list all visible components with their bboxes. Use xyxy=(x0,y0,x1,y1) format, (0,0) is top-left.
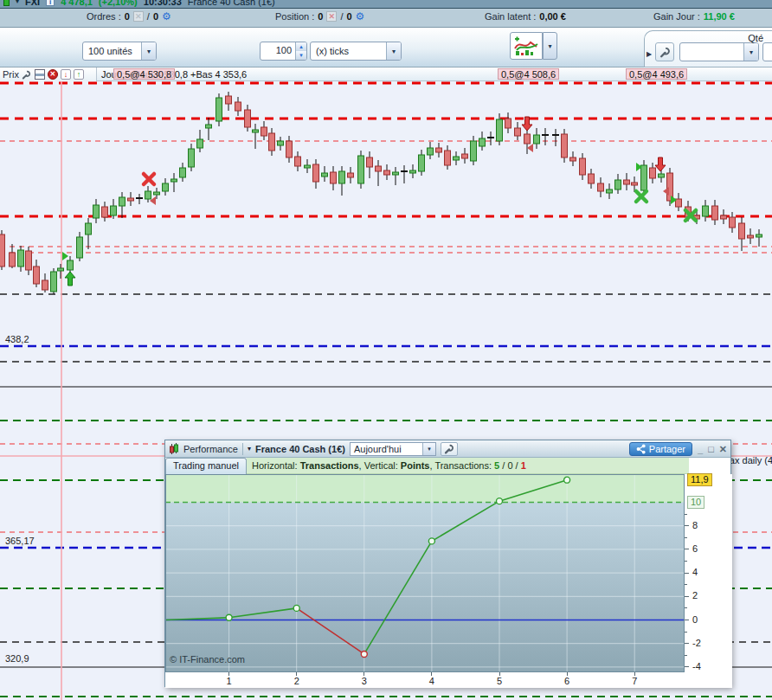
instrument-name: France 40 Cash (1€) xyxy=(188,0,275,7)
copyright-label: © IT-Finance.com xyxy=(170,654,245,665)
price-tag-right: 0,5@4 493,6 xyxy=(626,68,687,80)
panel-settings-wrench-button[interactable] xyxy=(441,442,458,456)
legend-horizontal-label: Horizontal: xyxy=(252,460,300,471)
stepper-buttons[interactable]: ▲ ▼ xyxy=(295,42,306,60)
close-position-icon[interactable]: ✕ xyxy=(326,11,337,22)
position-group: Position : 0 ✕ / 0 ⚙ xyxy=(275,11,364,22)
legend-sep: / xyxy=(499,460,507,471)
triangle-left-marker-icon xyxy=(663,187,669,196)
candle-bull xyxy=(171,179,177,182)
candle-bear xyxy=(102,207,108,217)
orders-settings-gear-icon[interactable]: ⚙ xyxy=(162,11,171,22)
x-axis-label: 1 xyxy=(221,676,238,686)
candle-bear xyxy=(570,157,576,161)
candle-bear xyxy=(436,148,442,152)
candle-bear xyxy=(384,170,390,175)
gain-latent-label: Gain latent : xyxy=(485,11,536,22)
period-dropdown[interactable]: Aujourd'hui ▾ xyxy=(350,442,436,456)
gain-jour-value: 11,90 € xyxy=(704,11,735,22)
chart-pane-header: Prix ✕ ↓ ↑ Jour : +Haut 4 530,8 +Bas 4 3… xyxy=(0,67,772,81)
maximize-button[interactable]: □ xyxy=(708,445,714,453)
candle-bull xyxy=(189,149,195,167)
gain-latent-group: Gain latent : 0,00 € xyxy=(485,11,566,22)
units-dropdown-value: 100 unités xyxy=(83,46,141,56)
legend-vertical-label: Vertical: xyxy=(364,460,401,471)
candle-bull xyxy=(615,180,621,189)
gain-jour-label: Gain Jour : xyxy=(653,11,700,22)
panel-title: Performance xyxy=(183,444,238,454)
title-strip: ▾ FXI i 4 478,1 (+2,10%) 10:30:33 France… xyxy=(0,0,772,9)
caret-down-icon[interactable]: ▾ xyxy=(16,0,19,5)
ticks-dropdown[interactable]: (x) ticks ▾ xyxy=(310,42,402,61)
chevron-down-icon[interactable]: ▾ xyxy=(248,445,251,453)
candle-bear xyxy=(712,206,718,220)
candle-bear xyxy=(739,223,745,239)
candle-bull xyxy=(410,170,416,173)
units-dropdown[interactable]: 100 unités ▾ xyxy=(82,42,157,61)
performance-titlebar[interactable]: Performance ▾ France 40 Cash (1€) Aujour… xyxy=(165,440,730,458)
candle-bear xyxy=(226,96,232,104)
y-axis-label: -2 xyxy=(692,638,701,648)
candle-bear xyxy=(462,154,468,158)
chart-style-dropdown[interactable]: ▾ xyxy=(543,32,557,60)
candle-bear xyxy=(331,172,337,183)
info-icon[interactable]: i xyxy=(46,0,55,6)
close-button[interactable]: ✕ xyxy=(719,445,727,453)
cancel-orders-icon[interactable]: ✕ xyxy=(133,11,144,22)
x-axis-label: 7 xyxy=(626,676,643,686)
quantity-stepper[interactable]: 100 ▲ ▼ xyxy=(260,42,307,61)
chart-style-button[interactable] xyxy=(510,32,543,60)
ticks-dropdown-value: (x) ticks xyxy=(311,46,386,56)
candle-bull xyxy=(206,125,212,128)
triangle-right-marker-icon xyxy=(636,163,642,171)
position-settings-gear-icon[interactable]: ⚙ xyxy=(356,11,365,22)
stepper-up-icon[interactable]: ▲ xyxy=(296,42,306,51)
candle-bear xyxy=(632,183,638,185)
share-label: Partager xyxy=(649,444,685,454)
period-value: Aujourd'hui xyxy=(351,444,422,454)
candle-bull xyxy=(419,155,425,171)
performance-x-axis: 1234567 xyxy=(165,672,685,688)
price-pane-tab[interactable]: Prix ✕ ↓ ↑ xyxy=(0,67,97,81)
chevron-down-icon[interactable]: ▾ xyxy=(422,443,435,455)
clock-time: 10:30:33 xyxy=(144,0,182,7)
divider xyxy=(242,443,243,455)
y-axis-label: 8 xyxy=(692,520,698,530)
settings-wrench-button[interactable] xyxy=(655,42,674,61)
chevron-down-icon[interactable]: ▾ xyxy=(141,42,156,60)
order-toolbar: 100 unités ▾ 100 ▲ ▼ (x) ticks ▾ ▾ ▶ xyxy=(0,28,772,67)
chevron-down-icon[interactable]: ▾ xyxy=(386,42,401,60)
qty-input[interactable] xyxy=(762,42,772,61)
performance-panel[interactable]: Performance ▾ France 40 Cash (1€) Aujour… xyxy=(164,440,731,687)
sell-arrow-icon[interactable]: ↓ xyxy=(61,69,71,80)
candle-bear xyxy=(685,207,692,217)
candle-bear xyxy=(676,199,682,207)
detach-window-icon[interactable] xyxy=(35,69,45,80)
panel-instrument: France 40 Cash (1€) xyxy=(255,444,345,454)
y-axis-label: 6 xyxy=(692,543,698,554)
candle-bear xyxy=(589,174,595,183)
perf-data-point xyxy=(226,614,232,620)
orders-pending-count: 0 xyxy=(153,11,158,22)
minimize-button[interactable]: _ xyxy=(698,445,703,453)
expand-panel-arrow[interactable]: ▶ xyxy=(647,50,652,58)
share-button[interactable]: Partager xyxy=(629,442,692,456)
y-axis-minor-tick xyxy=(685,584,687,585)
tab-trading-manuel[interactable]: Trading manuel xyxy=(165,458,247,474)
buy-arrow-icon[interactable]: ↑ xyxy=(74,69,84,80)
perf-profit-band xyxy=(165,474,685,503)
pane-settings-wrench-icon[interactable] xyxy=(22,69,32,80)
close-pane-icon[interactable]: ✕ xyxy=(48,69,58,80)
candle-bull xyxy=(111,206,117,215)
day-low: +Bas 4 353,6 xyxy=(190,69,247,80)
order-type-dropdown[interactable]: ▾ xyxy=(679,42,759,61)
performance-chart[interactable]: © IT-Finance.com 86420-2-411,910 1234567 xyxy=(165,474,732,688)
candle-bear xyxy=(694,215,700,219)
candle-bull xyxy=(163,183,169,191)
gain-latent-value: 0,00 € xyxy=(539,11,566,22)
triangle-left-marker-icon xyxy=(150,196,156,205)
chevron-down-icon[interactable]: ▾ xyxy=(743,43,758,61)
x-axis-label: 4 xyxy=(423,676,441,686)
stepper-down-icon[interactable]: ▼ xyxy=(296,51,306,60)
performance-legend: Horizontal: Transactions, Vertical: Poin… xyxy=(247,458,689,474)
